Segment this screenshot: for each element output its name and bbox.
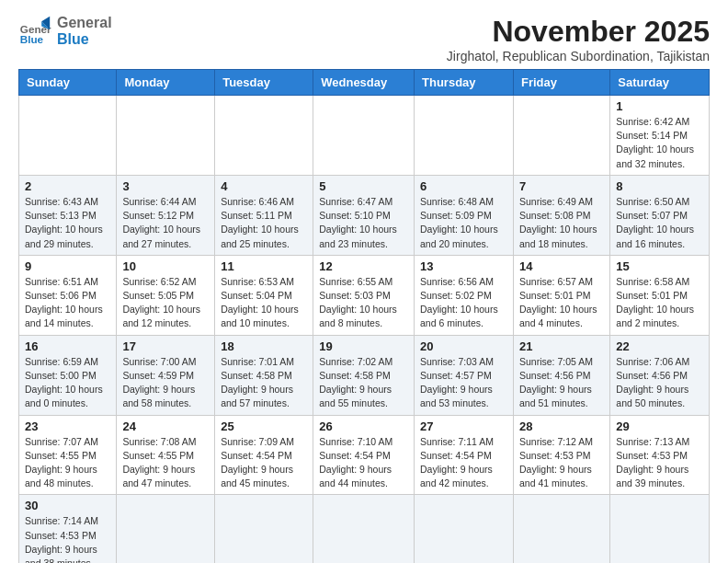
- day-number: 18: [221, 339, 307, 353]
- day-number: 23: [25, 419, 110, 433]
- day-info: Sunrise: 6:46 AMSunset: 5:11 PMDaylight:…: [221, 195, 307, 251]
- calendar-cell: 12Sunrise: 6:55 AMSunset: 5:03 PMDayligh…: [313, 255, 415, 335]
- month-title: November 2025: [447, 15, 710, 49]
- calendar-cell: 18Sunrise: 7:01 AMSunset: 4:58 PMDayligh…: [215, 335, 313, 415]
- calendar-cell: 27Sunrise: 7:11 AMSunset: 4:54 PMDayligh…: [415, 415, 514, 495]
- day-number: 16: [25, 339, 110, 353]
- calendar-cell: [415, 96, 514, 176]
- calendar-cell: 28Sunrise: 7:12 AMSunset: 4:53 PMDayligh…: [513, 415, 609, 495]
- day-number: 19: [319, 339, 408, 353]
- calendar-week-row: 23Sunrise: 7:07 AMSunset: 4:55 PMDayligh…: [19, 415, 710, 495]
- calendar-cell: [215, 96, 313, 176]
- calendar-cell: 5Sunrise: 6:47 AMSunset: 5:10 PMDaylight…: [313, 175, 415, 255]
- calendar-week-row: 16Sunrise: 6:59 AMSunset: 5:00 PMDayligh…: [19, 335, 710, 415]
- calendar-week-row: 30Sunrise: 7:14 AMSunset: 4:53 PMDayligh…: [19, 495, 710, 563]
- calendar-cell: 19Sunrise: 7:02 AMSunset: 4:58 PMDayligh…: [313, 335, 415, 415]
- day-info: Sunrise: 7:01 AMSunset: 4:58 PMDaylight:…: [221, 355, 307, 411]
- day-info: Sunrise: 7:07 AMSunset: 4:55 PMDaylight:…: [25, 435, 110, 491]
- day-number: 15: [616, 259, 703, 273]
- day-number: 7: [519, 179, 604, 193]
- calendar-cell: 15Sunrise: 6:58 AMSunset: 5:01 PMDayligh…: [610, 255, 710, 335]
- header-wednesday: Wednesday: [313, 70, 415, 96]
- calendar-cell: [313, 96, 415, 176]
- day-info: Sunrise: 7:09 AMSunset: 4:54 PMDaylight:…: [221, 435, 307, 491]
- day-number: 20: [420, 339, 507, 353]
- calendar-cell: 25Sunrise: 7:09 AMSunset: 4:54 PMDayligh…: [215, 415, 313, 495]
- header-friday: Friday: [513, 70, 609, 96]
- day-number: 3: [122, 179, 209, 193]
- calendar-cell: 3Sunrise: 6:44 AMSunset: 5:12 PMDaylight…: [117, 175, 215, 255]
- logo: General Blue General Blue: [18, 15, 112, 48]
- calendar-cell: 6Sunrise: 6:48 AMSunset: 5:09 PMDaylight…: [415, 175, 514, 255]
- calendar-cell: [117, 96, 215, 176]
- calendar-cell: 26Sunrise: 7:10 AMSunset: 4:54 PMDayligh…: [313, 415, 415, 495]
- day-info: Sunrise: 7:14 AMSunset: 4:53 PMDaylight:…: [25, 514, 110, 563]
- calendar-cell: 24Sunrise: 7:08 AMSunset: 4:55 PMDayligh…: [117, 415, 215, 495]
- calendar-cell: [215, 495, 313, 563]
- day-info: Sunrise: 6:43 AMSunset: 5:13 PMDaylight:…: [25, 195, 110, 251]
- day-number: 17: [122, 339, 209, 353]
- day-number: 1: [616, 99, 703, 113]
- day-number: 11: [221, 259, 307, 273]
- day-info: Sunrise: 6:55 AMSunset: 5:03 PMDaylight:…: [319, 275, 408, 331]
- day-info: Sunrise: 7:02 AMSunset: 4:58 PMDaylight:…: [319, 355, 408, 411]
- calendar-cell: 2Sunrise: 6:43 AMSunset: 5:13 PMDaylight…: [19, 175, 117, 255]
- day-number: 12: [319, 259, 408, 273]
- calendar-cell: [415, 495, 514, 563]
- day-info: Sunrise: 7:13 AMSunset: 4:53 PMDaylight:…: [616, 435, 703, 491]
- day-number: 21: [519, 339, 604, 353]
- day-number: 27: [420, 419, 507, 433]
- svg-text:Blue: Blue: [20, 33, 44, 45]
- day-number: 22: [616, 339, 703, 353]
- day-number: 4: [221, 179, 307, 193]
- logo-general: General: [57, 15, 112, 31]
- day-info: Sunrise: 7:10 AMSunset: 4:54 PMDaylight:…: [319, 435, 408, 491]
- calendar-cell: 23Sunrise: 7:07 AMSunset: 4:55 PMDayligh…: [19, 415, 117, 495]
- day-number: 8: [616, 179, 703, 193]
- calendar-cell: 11Sunrise: 6:53 AMSunset: 5:04 PMDayligh…: [215, 255, 313, 335]
- calendar-cell: 29Sunrise: 7:13 AMSunset: 4:53 PMDayligh…: [610, 415, 710, 495]
- day-info: Sunrise: 6:53 AMSunset: 5:04 PMDaylight:…: [221, 275, 307, 331]
- day-info: Sunrise: 7:06 AMSunset: 4:56 PMDaylight:…: [616, 355, 703, 411]
- calendar-header-row: SundayMondayTuesdayWednesdayThursdayFrid…: [19, 70, 710, 96]
- day-info: Sunrise: 7:05 AMSunset: 4:56 PMDaylight:…: [519, 355, 604, 411]
- calendar-cell: [513, 96, 609, 176]
- calendar-cell: 16Sunrise: 6:59 AMSunset: 5:00 PMDayligh…: [19, 335, 117, 415]
- day-number: 25: [221, 419, 307, 433]
- day-number: 24: [122, 419, 209, 433]
- header-monday: Monday: [117, 70, 215, 96]
- day-number: 13: [420, 259, 507, 273]
- calendar-cell: 13Sunrise: 6:56 AMSunset: 5:02 PMDayligh…: [415, 255, 514, 335]
- day-info: Sunrise: 6:49 AMSunset: 5:08 PMDaylight:…: [519, 195, 604, 251]
- calendar-cell: 7Sunrise: 6:49 AMSunset: 5:08 PMDaylight…: [513, 175, 609, 255]
- calendar-cell: [313, 495, 415, 563]
- day-info: Sunrise: 6:58 AMSunset: 5:01 PMDaylight:…: [616, 275, 703, 331]
- day-info: Sunrise: 6:52 AMSunset: 5:05 PMDaylight:…: [122, 275, 209, 331]
- calendar-cell: [513, 495, 609, 563]
- calendar-cell: 8Sunrise: 6:50 AMSunset: 5:07 PMDaylight…: [610, 175, 710, 255]
- day-info: Sunrise: 6:57 AMSunset: 5:01 PMDaylight:…: [519, 275, 604, 331]
- calendar-cell: 1Sunrise: 6:42 AMSunset: 5:14 PMDaylight…: [610, 96, 710, 176]
- day-info: Sunrise: 6:42 AMSunset: 5:14 PMDaylight:…: [616, 115, 703, 171]
- day-number: 2: [25, 179, 110, 193]
- calendar-week-row: 1Sunrise: 6:42 AMSunset: 5:14 PMDaylight…: [19, 96, 710, 176]
- header: General Blue General Blue November 2025 …: [18, 15, 710, 63]
- title-area: November 2025 Jirghatol, Republican Subo…: [447, 15, 710, 63]
- day-number: 26: [319, 419, 408, 433]
- day-info: Sunrise: 6:56 AMSunset: 5:02 PMDaylight:…: [420, 275, 507, 331]
- calendar-week-row: 9Sunrise: 6:51 AMSunset: 5:06 PMDaylight…: [19, 255, 710, 335]
- day-info: Sunrise: 6:59 AMSunset: 5:00 PMDaylight:…: [25, 355, 110, 411]
- calendar-cell: 10Sunrise: 6:52 AMSunset: 5:05 PMDayligh…: [117, 255, 215, 335]
- location-subtitle: Jirghatol, Republican Subordination, Taj…: [447, 49, 710, 63]
- day-info: Sunrise: 6:47 AMSunset: 5:10 PMDaylight:…: [319, 195, 408, 251]
- day-number: 29: [616, 419, 703, 433]
- day-number: 28: [519, 419, 604, 433]
- day-info: Sunrise: 7:00 AMSunset: 4:59 PMDaylight:…: [122, 355, 209, 411]
- calendar-cell: 22Sunrise: 7:06 AMSunset: 4:56 PMDayligh…: [610, 335, 710, 415]
- calendar-cell: 17Sunrise: 7:00 AMSunset: 4:59 PMDayligh…: [117, 335, 215, 415]
- day-number: 30: [25, 499, 110, 512]
- day-info: Sunrise: 7:11 AMSunset: 4:54 PMDaylight:…: [420, 435, 507, 491]
- calendar-cell: [610, 495, 710, 563]
- day-number: 14: [519, 259, 604, 273]
- day-number: 9: [25, 259, 110, 273]
